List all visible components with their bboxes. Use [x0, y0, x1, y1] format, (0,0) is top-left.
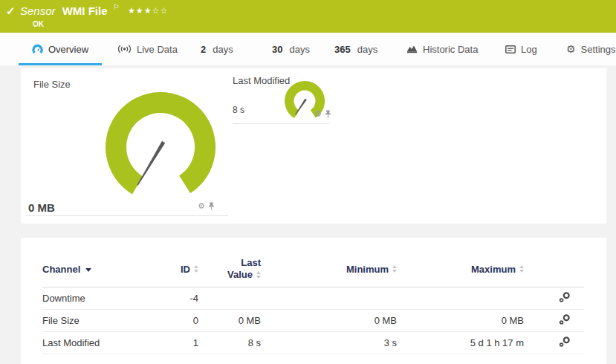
cell-last-value: 8 s — [198, 337, 261, 348]
tab-30-days[interactable]: 30 days — [272, 33, 310, 65]
tab-bar: Overview Live Data 2 days 30 days 365 da… — [0, 33, 616, 65]
log-icon — [505, 45, 516, 53]
table-row: Last Modified 1 8 s 3 s 5 d 1 h 17 m — [42, 332, 584, 354]
tab-number: 365 — [334, 44, 351, 55]
file-size-gauge-title: File Size — [33, 79, 71, 90]
sort-icon — [519, 265, 524, 273]
tab-number: 2 — [201, 44, 206, 55]
tab-label: Historic Data — [423, 44, 478, 55]
gauge-needle — [295, 99, 307, 115]
column-header-channel[interactable]: Channel — [42, 264, 154, 275]
priority-stars[interactable]: ★★★☆☆ — [128, 6, 168, 16]
edit-channel-icon[interactable] — [559, 313, 571, 325]
widget-actions: ⚙ — [198, 202, 215, 210]
cell-minimum: 3 s — [261, 337, 397, 348]
table-header-row: Channel ID Last Value Minimum Maximum — [42, 251, 584, 287]
gauge-needle — [137, 141, 166, 186]
tab-label: days — [213, 44, 233, 55]
cell-last-value: 0 MB — [198, 315, 261, 326]
tab-log[interactable]: Log — [505, 33, 537, 65]
tab-label: Settings — [581, 44, 616, 55]
tab-overview[interactable]: Overview — [19, 33, 102, 65]
table-row: File Size 0 0 MB 0 MB 0 MB — [42, 310, 584, 332]
table-row: Downtime -4 — [42, 287, 584, 310]
widget-pin-icon[interactable] — [325, 110, 331, 118]
widget-divider — [233, 123, 330, 124]
cell-channel: Downtime — [42, 293, 154, 304]
file-size-current-value: 0 MB — [28, 201, 55, 214]
sensor-title: Sensor WMI File ⚐ — [20, 4, 120, 17]
tab-label: Overview — [48, 44, 88, 55]
cell-id: 1 — [154, 337, 198, 348]
cell-minimum: 0 MB — [261, 315, 397, 326]
tab-settings[interactable]: ⚙ Settings — [566, 33, 616, 65]
last-modified-current-value: 8 s — [233, 105, 244, 115]
sensor-status-header: ✓ Sensor WMI File ⚐ ★★★☆☆ OK — [0, 0, 616, 33]
edit-channel-icon[interactable] — [559, 291, 571, 303]
sort-desc-icon — [85, 268, 91, 272]
widget-divider — [26, 215, 228, 216]
cell-channel: File Size — [42, 315, 154, 326]
active-tab-underline — [19, 63, 102, 65]
tab-label: Log — [521, 44, 537, 55]
gauges-panel: File Size 0 MB < 0,01 MB 0 MB ⚙ Last Mod… — [21, 68, 606, 224]
sensor-type-label: Sensor — [20, 4, 56, 17]
gauge-icon — [32, 44, 43, 55]
widget-gear-icon[interactable]: ⚙ — [314, 110, 322, 118]
tab-number: 30 — [272, 44, 282, 55]
tab-label: days — [289, 44, 309, 55]
widget-gear-icon[interactable]: ⚙ — [198, 202, 205, 210]
tab-2-days[interactable]: 2 days — [201, 33, 233, 65]
channels-panel: Channel ID Last Value Minimum Maximum Do… — [21, 238, 606, 364]
sensor-name[interactable]: WMI File — [62, 4, 108, 17]
widget-pin-icon[interactable] — [208, 202, 215, 210]
column-header-maximum[interactable]: Maximum — [397, 264, 524, 275]
status-check-icon: ✓ — [6, 4, 16, 18]
last-modified-gauge-title: Last Modified — [233, 75, 290, 86]
tab-label: days — [357, 44, 377, 55]
tab-historic-data[interactable]: Historic Data — [406, 33, 478, 65]
column-header-id[interactable]: ID — [154, 264, 198, 275]
tab-live-data[interactable]: Live Data — [117, 33, 178, 65]
cell-maximum: 0 MB — [397, 315, 524, 326]
live-data-icon — [117, 45, 132, 53]
tab-label: Live Data — [137, 44, 178, 55]
cell-id: 0 — [154, 315, 198, 326]
status-badge: OK — [33, 20, 44, 28]
edit-channel-icon[interactable] — [559, 336, 571, 348]
column-header-last-value[interactable]: Last Value — [198, 257, 261, 282]
cell-channel: Last Modified — [42, 337, 154, 348]
tab-365-days[interactable]: 365 days — [334, 33, 377, 65]
gear-icon: ⚙ — [566, 44, 576, 54]
widget-actions: ⚙ — [314, 110, 331, 118]
flag-icon[interactable]: ⚐ — [113, 3, 120, 11]
channels-table: Channel ID Last Value Minimum Maximum Do… — [42, 251, 584, 354]
cell-maximum: 5 d 1 h 17 m — [397, 337, 524, 348]
area-chart-icon — [406, 45, 418, 53]
column-header-minimum[interactable]: Minimum — [261, 264, 397, 275]
file-size-gauge — [105, 91, 216, 203]
cell-id: -4 — [154, 293, 198, 304]
